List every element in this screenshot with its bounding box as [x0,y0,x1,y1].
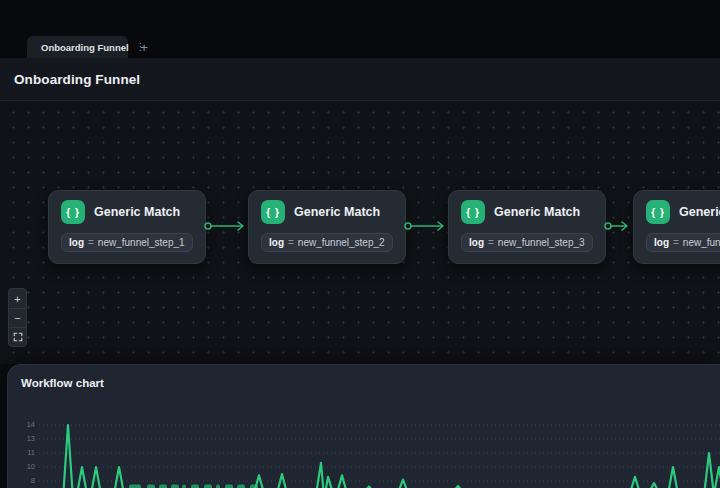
braces-icon: { } [261,200,285,224]
param-value: new_funnel_step_4 [683,237,720,248]
param-key: log [69,237,84,248]
chart-plot-area [39,421,720,488]
workflow-chart: 141311108 [8,421,720,488]
node-param-pill: log = new_funnel_step_1 [61,233,193,252]
node-generic-match-2[interactable]: { } Generic Match log = new_funnel_step_… [248,190,406,264]
param-operator: = [88,237,94,248]
y-tick-label: 13 [15,435,35,443]
node-param-pill: log = new_funnel_step_3 [461,233,593,252]
braces-icon: { } [461,200,485,224]
edge-3-4 [603,220,632,232]
page-header: Onboarding Funnel [0,58,720,101]
y-tick-label: 14 [15,421,35,429]
chart-title: Workflow chart [21,377,104,389]
top-bar [0,0,720,36]
node-generic-match-3[interactable]: { } Generic Match log = new_funnel_step_… [448,190,606,264]
zoom-out-button[interactable]: − [9,308,26,327]
node-param-pill: log = new_funnel_step_4 [646,233,720,252]
node-title: Generic Match [294,205,380,219]
param-value: new_funnel_step_1 [98,237,185,248]
tab-label: Onboarding Funnel [41,42,129,53]
y-tick-label: 8 [15,477,35,485]
node-title: Generic Match [94,205,180,219]
braces-icon: { } [646,200,670,224]
edge-2-3 [403,220,448,232]
param-key: log [654,237,669,248]
param-operator: = [488,237,494,248]
y-tick-label: 10 [15,463,35,471]
node-title: Generic Match [494,205,580,219]
y-axis-ticks: 141311108 [8,421,37,488]
param-value: new_funnel_step_3 [498,237,585,248]
node-title: Generic Match [679,205,720,219]
param-key: log [469,237,484,248]
node-param-pill: log = new_funnel_step_2 [261,233,393,252]
fit-view-button[interactable] [9,327,26,346]
braces-icon: { } [61,200,85,224]
tab-bar: Onboarding Funnel ⋮ + [0,36,720,58]
zoom-in-button[interactable]: + [9,289,26,308]
param-value: new_funnel_step_2 [298,237,385,248]
canvas-zoom-controls: + − [8,288,27,347]
flow-canvas[interactable]: { } Generic Match log = new_funnel_step_… [0,101,720,364]
param-operator: = [288,237,294,248]
y-tick-label: 11 [15,449,35,457]
workflow-chart-panel: Workflow chart 141311108 [7,364,720,488]
tab-onboarding-funnel[interactable]: Onboarding Funnel ⋮ [27,36,128,58]
node-generic-match-1[interactable]: { } Generic Match log = new_funnel_step_… [48,190,206,264]
node-generic-match-4[interactable]: { } Generic Match log = new_funnel_step_… [633,190,720,264]
page-title: Onboarding Funnel [14,72,140,87]
param-operator: = [673,237,679,248]
param-key: log [269,237,284,248]
new-tab-button[interactable]: + [135,38,153,56]
fit-view-icon [13,332,23,342]
edge-1-2 [203,220,248,232]
